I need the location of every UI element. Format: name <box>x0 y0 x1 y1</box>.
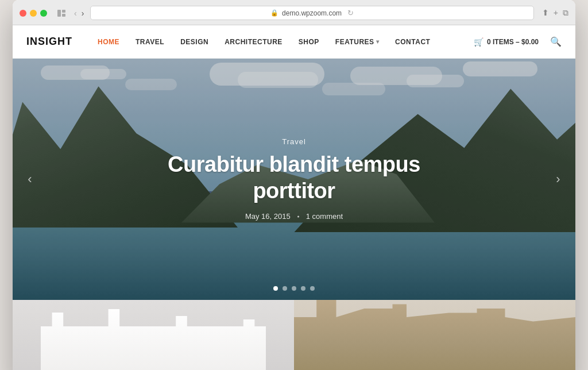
site-logo[interactable]: INSIGHT <box>26 36 72 48</box>
hero-meta-separator <box>297 216 299 218</box>
hero-dot-3[interactable] <box>292 286 296 291</box>
browser-controls <box>55 7 68 20</box>
nav-item-features[interactable]: FEATURES ▾ <box>327 25 387 59</box>
browser-chrome: ‹ › 🔒 demo.wpzoom.com ↻ ⬆ + ⧉ <box>13 0 575 25</box>
nav-item-shop-label: SHOP <box>299 38 319 46</box>
search-icon[interactable]: 🔍 <box>550 36 562 47</box>
hero-dot-1[interactable] <box>273 286 278 291</box>
hero-date: May 16, 2015 <box>245 213 291 221</box>
svg-rect-2 <box>62 14 65 17</box>
hero-meta: May 16, 2015 1 comment <box>153 213 435 221</box>
hero-title: Curabitur blandit tempus porttitor <box>153 152 435 204</box>
maximize-button[interactable] <box>40 10 47 17</box>
nav-item-architecture[interactable]: ARCHITECTURE <box>216 25 291 59</box>
nav-item-travel-label: TRAVEL <box>136 38 164 46</box>
nav-item-features-label: FEATURES <box>335 38 374 46</box>
lock-icon: 🔒 <box>270 9 278 17</box>
hero-dot-4[interactable] <box>301 286 305 291</box>
card-architecture-image <box>294 300 575 370</box>
hero-dots <box>273 286 315 291</box>
nav-item-design-label: DESIGN <box>180 38 208 46</box>
hero-comments: 1 comment <box>306 213 343 221</box>
nav-item-design[interactable]: DESIGN <box>172 25 216 59</box>
address-bar[interactable]: 🔒 demo.wpzoom.com ↻ <box>90 6 533 20</box>
minimize-button[interactable] <box>30 10 37 17</box>
chevron-down-icon: ▾ <box>376 38 380 45</box>
site-nav: INSIGHT HOME TRAVEL DESIGN ARCHITECTURE … <box>13 25 575 59</box>
nav-item-travel[interactable]: TRAVEL <box>127 25 172 59</box>
url-text: demo.wpzoom.com <box>282 9 342 17</box>
cart-icon: 🛒 <box>474 37 483 47</box>
back-button[interactable]: ‹ <box>72 9 79 18</box>
nav-item-shop[interactable]: SHOP <box>291 25 327 59</box>
nav-item-architecture-label: ARCHITECTURE <box>225 38 283 46</box>
nav-menu: HOME TRAVEL DESIGN ARCHITECTURE SHOP FEA… <box>90 25 474 59</box>
hero-slider: ‹ › Travel Curabitur blandit tempus port… <box>13 59 575 300</box>
share-icon[interactable]: ⬆ <box>542 8 549 18</box>
new-tab-icon[interactable]: + <box>554 8 558 18</box>
card-architecture[interactable]: Architecture <box>294 300 575 370</box>
cards-row: Travel Architecture <box>13 300 575 370</box>
card-travel-image <box>13 300 294 370</box>
card-travel[interactable]: Travel <box>13 300 294 370</box>
hero-category: Travel <box>153 137 435 146</box>
nav-item-contact-label: CONTACT <box>395 38 430 46</box>
browser-window: ‹ › 🔒 demo.wpzoom.com ↻ ⬆ + ⧉ INSIGHT HO… <box>13 0 575 370</box>
refresh-icon[interactable]: ↻ <box>347 9 354 17</box>
website: INSIGHT HOME TRAVEL DESIGN ARCHITECTURE … <box>13 25 575 370</box>
svg-rect-0 <box>57 10 61 17</box>
traffic-lights <box>20 10 47 17</box>
hero-dot-2[interactable] <box>283 286 287 291</box>
cart-label: 0 ITEMS – $0.00 <box>487 38 539 46</box>
nav-arrows: ‹ › <box>72 9 86 18</box>
cart-area[interactable]: 🛒 0 ITEMS – $0.00 <box>474 37 539 47</box>
nav-item-contact[interactable]: CONTACT <box>387 25 438 59</box>
sidebar-toggle-icon[interactable] <box>55 7 68 20</box>
svg-rect-1 <box>62 10 65 13</box>
hero-content: Travel Curabitur blandit tempus porttito… <box>153 137 435 221</box>
browser-actions: ⬆ + ⧉ <box>542 8 568 18</box>
nav-item-home-label: HOME <box>98 38 119 46</box>
hero-dot-5[interactable] <box>310 286 315 291</box>
hero-next-button[interactable]: › <box>548 169 568 190</box>
hero-prev-button[interactable]: ‹ <box>20 169 40 190</box>
windows-icon[interactable]: ⧉ <box>563 8 568 18</box>
nav-item-home[interactable]: HOME <box>90 25 127 59</box>
forward-button[interactable]: › <box>80 9 86 18</box>
close-button[interactable] <box>20 10 26 17</box>
